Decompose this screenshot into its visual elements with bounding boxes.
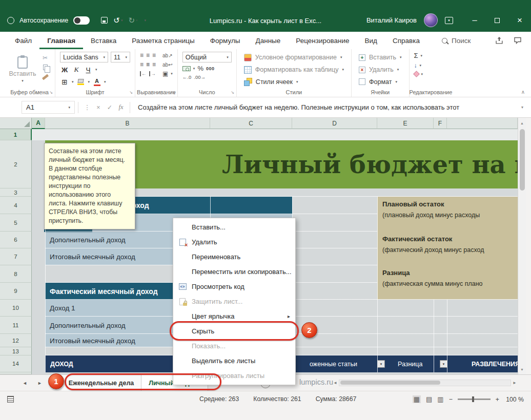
scroll-left-icon[interactable]: ◄ — [333, 381, 337, 385]
chevron-down-icon[interactable]: ▾ — [421, 72, 423, 76]
borders-button[interactable]: ⊞ — [60, 77, 69, 87]
cell-styles-button[interactable]: Стили ячеек ▾ — [241, 76, 346, 88]
confirm-entry-button[interactable]: ✓ — [104, 103, 115, 111]
paste-button[interactable]: Вставить ▾ — [9, 52, 36, 88]
format-cells-button[interactable]: Формат ▾ — [356, 76, 404, 88]
macro-record-icon[interactable] — [7, 396, 14, 403]
chevron-down-icon[interactable]: ▾ — [72, 80, 74, 84]
chevron-down-icon[interactable]: ▾ — [193, 67, 195, 71]
autosave-toggle[interactable] — [73, 16, 90, 25]
scrollbar-thumb[interactable] — [520, 129, 525, 191]
dialog-launcher-icon[interactable]: ↘ — [129, 90, 133, 95]
menu-item-select-all-sheets[interactable]: Выделить все листы — [173, 353, 295, 368]
zoom-slider-thumb[interactable] — [472, 396, 474, 402]
menu-item-view-code[interactable]: <>Просмотреть код — [173, 279, 295, 294]
view-normal-icon[interactable]: ▦ — [413, 395, 421, 403]
avatar[interactable] — [424, 13, 438, 27]
column-header-d[interactable]: D — [292, 118, 377, 129]
column-header-f[interactable]: F — [434, 118, 447, 129]
view-page-break-icon[interactable]: ▥ — [437, 395, 443, 403]
row-header[interactable]: 10 — [0, 300, 32, 317]
next-sheet-icon[interactable]: ► — [37, 381, 42, 386]
increase-decimal-button[interactable]: ←.0 — [182, 74, 191, 80]
row-header[interactable]: 12 — [0, 334, 32, 347]
row-header[interactable]: 9 — [0, 283, 32, 300]
tab-formulas[interactable]: Формулы — [202, 32, 248, 49]
align-right-icon[interactable]: ≡ — [152, 61, 156, 68]
row-header[interactable]: 1 — [0, 129, 32, 140]
scroll-down-icon[interactable]: ▼ — [518, 364, 526, 374]
horizontal-scrollbar[interactable]: ◄ ► — [332, 377, 518, 388]
underline-button[interactable]: Ч — [84, 65, 93, 75]
cancel-entry-button[interactable]: × — [93, 104, 104, 111]
share-icon[interactable] — [495, 36, 503, 45]
dialog-launcher-icon[interactable]: ↘ — [231, 90, 234, 95]
dialog-launcher-icon[interactable]: ↘ — [49, 90, 53, 95]
undo-button[interactable]: ↺▾ — [111, 14, 125, 27]
collapse-ribbon-icon[interactable]: ∧ — [521, 89, 525, 95]
comment-icon[interactable] — [514, 36, 522, 45]
cut-button[interactable]: ✂ — [40, 54, 50, 61]
formula-input[interactable]: Создайте на этом листе личный бюджет на … — [133, 103, 514, 111]
percent-style-button[interactable]: % — [197, 65, 203, 72]
filter-dropdown-button[interactable]: ▼ — [440, 360, 447, 368]
column-header-b[interactable]: B — [45, 118, 210, 129]
search-box[interactable]: Поиск — [442, 37, 471, 45]
column-header-c[interactable]: C — [210, 118, 292, 129]
name-box[interactable]: A1▾ — [22, 101, 75, 114]
align-center-icon[interactable]: ≡ — [146, 61, 150, 68]
align-bottom-icon[interactable]: ≡ — [152, 52, 156, 59]
row-header[interactable]: 6 — [0, 232, 32, 248]
zoom-slider[interactable] — [458, 398, 491, 400]
format-painter-button[interactable] — [40, 73, 50, 81]
scroll-up-icon[interactable]: ▲ — [518, 118, 526, 128]
orientation-button[interactable]: ab↗ — [162, 53, 173, 58]
scroll-right-icon[interactable]: ► — [513, 381, 517, 385]
view-page-layout-icon[interactable]: ▤ — [426, 395, 432, 403]
minimize-button[interactable]: ─ — [463, 11, 486, 30]
tab-insert[interactable]: Вставка — [83, 32, 124, 49]
select-all-corner[interactable] — [0, 118, 32, 129]
wrap-text-button[interactable]: ab↩ — [162, 62, 173, 68]
autosum-button[interactable]: Σ — [414, 52, 418, 59]
note-actual-balance[interactable]: Фактический остаток (фактический доход м… — [377, 232, 518, 265]
comma-style-button[interactable]: 000 — [206, 66, 215, 71]
delete-cells-button[interactable]: × Удалить ▾ — [356, 64, 404, 76]
close-button[interactable]: × — [508, 11, 531, 30]
menu-item-delete[interactable]: ×Удалить — [173, 235, 295, 249]
increase-indent-icon[interactable]: → — [149, 71, 156, 76]
row-header[interactable]: 14 — [0, 355, 32, 372]
format-as-table-button[interactable]: Форматировать как таблицу ▾ — [241, 64, 346, 76]
align-top-icon[interactable]: ≡ — [140, 52, 144, 59]
row-header[interactable]: 5 — [0, 214, 32, 232]
prev-sheet-icon[interactable]: ◄ — [23, 381, 27, 386]
zoom-level[interactable]: 100 % — [504, 396, 524, 403]
chevron-down-icon[interactable]: ▾ — [95, 68, 97, 72]
number-format-select[interactable]: Общий▾ — [182, 52, 232, 62]
chevron-down-icon[interactable]: ▾ — [88, 80, 90, 84]
expand-formula-bar-icon[interactable]: ▾ — [514, 105, 531, 110]
fill-button[interactable]: ↓ — [414, 62, 417, 69]
row-header[interactable]: 3 — [0, 188, 32, 197]
column-header-e[interactable]: E — [377, 118, 434, 129]
font-name-select[interactable]: Lucida Sans▾ — [60, 52, 108, 62]
fill-color-button[interactable] — [76, 77, 86, 87]
tab-file[interactable]: Файл — [7, 32, 39, 49]
save-button[interactable] — [99, 14, 110, 27]
row-header[interactable]: 13 — [0, 347, 32, 355]
zoom-out-button[interactable]: − — [449, 396, 453, 403]
clear-button[interactable] — [413, 71, 420, 77]
italic-button[interactable]: К — [72, 65, 81, 75]
row-1-strip[interactable] — [32, 129, 518, 140]
row-header[interactable]: 4 — [0, 197, 32, 214]
bold-button[interactable]: Ж — [60, 65, 69, 75]
chevron-down-icon[interactable]: ▾ — [421, 54, 423, 58]
tab-review[interactable]: Рецензирование — [288, 32, 357, 49]
insert-cells-button[interactable]: + Вставить ▾ — [356, 52, 404, 64]
tab-page-layout[interactable]: Разметка страницы — [124, 32, 202, 49]
font-size-select[interactable]: 11▾ — [111, 52, 130, 62]
tab-data[interactable]: Данные — [248, 32, 289, 49]
insert-function-button[interactable]: fx — [115, 103, 127, 111]
qat-customize-button[interactable]: ▾ — [141, 14, 148, 27]
row-header[interactable]: 8 — [0, 265, 32, 283]
